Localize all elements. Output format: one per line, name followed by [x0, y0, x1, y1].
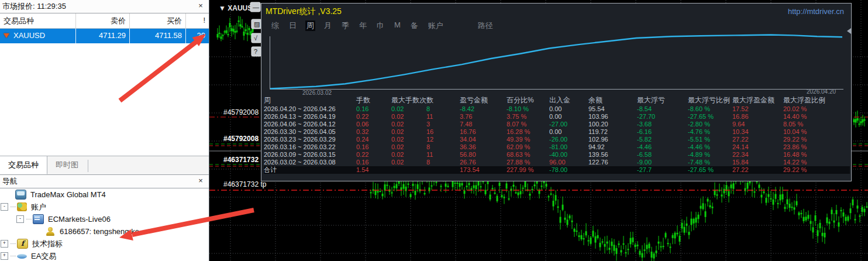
collapse-icon[interactable]: - [16, 215, 24, 223]
mt4-application: #45792008#45792008#46371732#46371732 tp▼… [0, 0, 868, 261]
indicators-icon: f [17, 239, 28, 249]
stats-cell: -8.60 % [688, 105, 732, 113]
stats-cell: 0.00 [549, 128, 588, 136]
stats-cell: 2026.04.20 ~ 2026.04.26 [264, 105, 356, 113]
navigator-item-1[interactable]: -账户 [0, 201, 209, 213]
stats-cell: 0.00 [549, 113, 588, 121]
stats-cell: 0.02 [391, 159, 426, 166]
stats-cell: 16 [426, 128, 460, 136]
person-icon [46, 227, 56, 236]
navigator-title: 导航 × [0, 175, 209, 188]
navigator-item-0[interactable]: TradeMax Global MT4 [0, 188, 209, 201]
column-spread[interactable]: ! [186, 13, 209, 28]
stats-cell: 0.22 [356, 151, 391, 159]
stats-cell: -4.76 % [688, 128, 732, 136]
stats-cell: -27.7 [637, 166, 688, 174]
stats-cell: 96.00 [549, 159, 588, 166]
stats-column-header: 最大浮亏比例 [688, 95, 732, 105]
stats-cell: 62.09 % [507, 143, 549, 151]
stats-cell: 0.02 [391, 113, 426, 121]
weekly-stats-table: 周手数最大手数次数盈亏金额百分比%出入金余额最大浮亏最大浮亏比例最大浮盈金额最大… [264, 95, 850, 174]
stats-cell: 8.05 % [783, 121, 850, 128]
svg-text:—: — [253, 4, 259, 11]
chart-end-date: 2026.04.20 [807, 88, 836, 95]
stats-column-header: 最大浮亏 [637, 95, 688, 105]
stats-panel-title: MTDriver统计 ,V3.25 [266, 6, 342, 17]
close-icon[interactable]: × [196, 1, 205, 11]
symbol-name: XAUUSD [13, 31, 45, 40]
expand-icon[interactable]: + [1, 240, 8, 248]
stats-cell: 8 [426, 105, 460, 113]
stats-cell: -27.65 % [688, 166, 732, 174]
navigator-item-label: 6186657: tengsheng ke [60, 227, 139, 236]
stats-cell: 119.72 [588, 128, 637, 136]
stats-cell: 9.64 [732, 121, 783, 128]
svg-text:▨: ▨ [254, 20, 260, 28]
column-symbol[interactable]: 交易品种 [0, 13, 76, 28]
stats-cell: 16.86 [732, 113, 783, 121]
stats-cell: 7.48 [460, 121, 507, 128]
market-watch-title: 市场报价: 11:29:35 × [0, 0, 209, 13]
stats-cell: 100.20 [588, 121, 637, 128]
navigator-title-text: 导航 [2, 177, 18, 186]
stats-cell: 27.22 [732, 166, 783, 174]
stats-cell: -9.00 [637, 159, 688, 166]
stats-table-row-4: 2026.03.23 ~ 2026.03.290.240.021234.0449… [264, 136, 850, 143]
stats-cell: 8 [426, 143, 460, 151]
ea-icon [17, 252, 27, 260]
navigator-item-4[interactable]: +f技术指标 [0, 238, 209, 250]
panel-resize-grip-icon[interactable] [847, 28, 851, 34]
stats-cell: 3.76 [460, 113, 507, 121]
stats-cell: 2026.03.23 ~ 2026.03.29 [264, 136, 356, 143]
stats-cell: 2026.03.09 ~ 2026.03.15 [264, 151, 356, 159]
navigator-item-2[interactable]: -ECMarkets-Live06 [0, 213, 209, 225]
market-watch-row-xauusd[interactable]: XAUUSD 4711.29 4711.58 29 [0, 29, 209, 43]
stats-cell: 227.99 % [507, 166, 549, 174]
stats-cell: -81.00 [549, 143, 588, 151]
stats-table-row-2: 2026.04.06 ~ 2026.04.120.060.0237.488.07… [264, 121, 850, 128]
stats-cell: 26.76 [460, 159, 507, 166]
stats-cell: 0.02 [391, 105, 426, 113]
stats-cell: 12 [426, 136, 460, 143]
tab-separator [88, 160, 88, 172]
stats-column-header: 余额 [588, 95, 637, 105]
column-bid[interactable]: 卖价 [76, 13, 130, 28]
stats-cell: 0.16 [356, 143, 391, 151]
navigator-item-3[interactable]: 6186657: tengsheng ke [0, 225, 209, 238]
stats-cell: 10.34 [732, 128, 783, 136]
stats-column-header: 周 [264, 95, 356, 105]
svg-text:?: ? [254, 48, 257, 55]
stats-cell: 24.14 [732, 143, 783, 151]
close-icon[interactable]: × [196, 176, 205, 186]
expand-icon[interactable]: + [1, 252, 8, 260]
svg-text:#46371732 tp: #46371732 tp [223, 180, 267, 188]
stats-cell: 0.32 [356, 128, 391, 136]
stats-cell: 139.56 [588, 151, 637, 159]
navigator-item-label: EA交易 [31, 251, 56, 261]
mtdriver-url-link[interactable]: http://mtdriver.cn [788, 7, 844, 16]
collapse-icon[interactable]: - [1, 203, 8, 211]
stats-cell: -27.65 % [688, 113, 732, 121]
navigator-item-5[interactable]: +EA交易 [0, 250, 209, 261]
navigator-item-label: 技术指标 [32, 239, 63, 249]
stats-cell: -4.46 [637, 143, 688, 151]
stats-cell: 56.80 [460, 151, 507, 159]
stats-cell: 11 [426, 151, 460, 159]
stats-cell: -8.10 % [507, 105, 549, 113]
column-ask[interactable]: 买价 [130, 13, 186, 28]
stats-cell [391, 166, 426, 174]
stats-column-header: 手数 [356, 95, 391, 105]
navigator-tree: TradeMax Global MT4-账户-ECMarkets-Live066… [0, 188, 209, 261]
server-icon [33, 214, 44, 224]
stats-cell: -2.80 % [688, 121, 732, 128]
stats-cell: -26.00 [549, 136, 588, 143]
svg-text:#45792008: #45792008 [223, 108, 259, 116]
stats-cell [588, 166, 637, 174]
tab-tick-chart[interactable]: 即时图 [47, 156, 87, 174]
stats-cell: 68.63 % [507, 151, 549, 159]
tab-symbols[interactable]: 交易品种 [0, 156, 47, 174]
stats-column-header: 最大手数次数 [391, 95, 460, 105]
stats-cell: 16.76 [460, 128, 507, 136]
stats-cell: 3.75 % [507, 113, 549, 121]
stats-cell: 0.02 [391, 151, 426, 159]
